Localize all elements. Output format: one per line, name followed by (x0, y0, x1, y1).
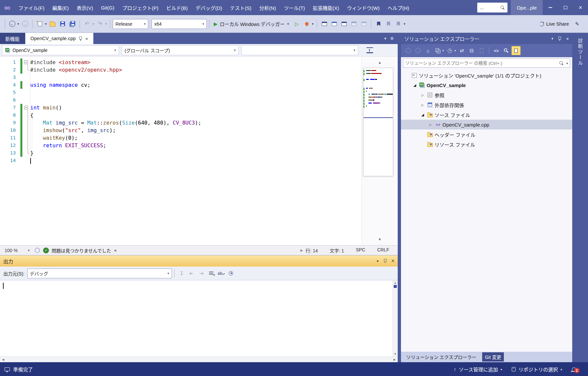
sync-with-active-document-button[interactable]: ⇄ (457, 46, 466, 55)
hot-reload-button[interactable] (302, 19, 312, 29)
code-line[interactable]: 14 (0, 157, 362, 164)
toolbar-grip[interactable] (5, 20, 5, 28)
tree-item[interactable]: リソース ファイル (401, 139, 572, 149)
save-all-button[interactable] (67, 19, 77, 29)
solution-search-input[interactable] (405, 61, 559, 66)
eol-indicator[interactable]: CRLF (377, 247, 389, 254)
debug-target-caret[interactable]: ▾ (287, 22, 289, 26)
tree-item[interactable]: ▷外部依存関係 (401, 100, 572, 110)
expander-icon[interactable]: ▷ (427, 123, 434, 127)
code-line[interactable]: 13} (0, 149, 362, 157)
redo-caret[interactable]: ▾ (105, 22, 107, 26)
collapse-all-button[interactable]: ⊟ (467, 46, 476, 55)
pin-icon[interactable] (79, 36, 82, 41)
tree-item[interactable]: ソリューション 'OpenCV_sample' (1/1 のプロジェクト) (401, 70, 572, 80)
minimap[interactable] (363, 68, 393, 176)
output-source-select[interactable]: デバッグ ▾ (27, 269, 172, 278)
pin-icon[interactable] (558, 36, 561, 41)
se-forward-button[interactable]: → (413, 46, 423, 55)
switch-views-button[interactable] (433, 46, 442, 55)
tree-item[interactable]: ▷参照 (401, 90, 572, 100)
quick-launch-search-box[interactable]: ... (477, 3, 507, 12)
minimize-button[interactable] (543, 0, 558, 15)
solution-search-box[interactable]: ▾ (403, 59, 570, 68)
add-to-source-control-button[interactable]: ↑ ソース管理に追加 ▴ (454, 366, 502, 373)
tree-item[interactable]: ヘッダー ファイル (401, 129, 572, 139)
goto-message-button[interactable]: ↧ (177, 269, 187, 278)
code-line[interactable]: 2#include <opencv2/opencv.hpp> (0, 66, 362, 74)
live-share-button[interactable]: Live Share (539, 21, 569, 27)
undo-caret[interactable]: ▾ (92, 22, 94, 26)
scroll-right-icon[interactable]: ▶ (391, 358, 398, 361)
split-editor-button[interactable] (365, 46, 375, 55)
menu-item[interactable]: ヘルプ(H) (384, 0, 413, 15)
scrollbar-thumb[interactable] (394, 285, 397, 288)
notifications-button[interactable]: 1 (572, 367, 576, 371)
output-content[interactable]: ▲ ▼ (0, 280, 398, 356)
scope-nav-select[interactable]: (グローバル スコープ) ▾ (122, 45, 239, 55)
tool-window-tab[interactable]: ソリューション エクスプローラー (404, 352, 479, 362)
pin-icon[interactable] (383, 259, 387, 263)
code-line[interactable]: 7int main() (0, 104, 362, 111)
scroll-up-icon[interactable]: ▲ (393, 281, 398, 284)
search-icon[interactable] (559, 61, 564, 65)
tree-item[interactable]: ◢ソース ファイル (401, 110, 572, 120)
tab-options-gear-icon[interactable]: ⚙ (390, 36, 394, 41)
output-vscrollbar[interactable]: ▲ ▼ (392, 280, 398, 356)
menu-item[interactable]: 表示(V) (73, 0, 97, 15)
maximize-button[interactable] (558, 0, 573, 15)
editor-tab[interactable]: OpenCV_sample.cpp× (25, 33, 94, 44)
fold-toggle-icon[interactable] (24, 60, 28, 64)
window-position-caret[interactable]: ▾ (377, 259, 379, 263)
code-line[interactable]: 10 imshow("src", img_src); (0, 127, 362, 134)
background-tasks-icon[interactable] (5, 367, 10, 371)
save-button[interactable] (58, 19, 67, 29)
code-line[interactable]: 5 (0, 89, 362, 96)
output-panel-header[interactable]: 出力 ▾ × (0, 255, 398, 267)
platform-select[interactable]: x64 ▾ (152, 19, 207, 29)
navigate-back-caret[interactable]: ▾ (17, 22, 19, 26)
close-panel-icon[interactable]: × (566, 36, 569, 41)
panel-splitter[interactable] (398, 33, 401, 362)
scroll-down-button[interactable]: ▼ (362, 237, 398, 241)
next-bookmark-button[interactable] (393, 19, 403, 29)
select-repository-button[interactable]: リポジトリの選択 ▴ (512, 366, 562, 373)
scroll-up-button[interactable]: ▲ (362, 60, 398, 64)
bookmark-caret[interactable]: ▾ (404, 22, 405, 26)
word-wrap-button[interactable]: ab↵ (216, 269, 226, 278)
tool-window-tab[interactable]: Git 変更 (482, 352, 504, 362)
code-line[interactable]: 12 return EXIT_SUCCESS; (0, 142, 362, 149)
next-message-button[interactable]: ⇥ (197, 269, 206, 278)
clear-all-button[interactable] (206, 269, 216, 278)
menu-item[interactable]: Git(G) (97, 0, 118, 15)
menu-item[interactable]: プロジェクト(P) (118, 0, 162, 15)
hot-reload-caret[interactable]: ▾ (312, 22, 314, 26)
menu-item[interactable]: ビルド(B) (162, 0, 192, 15)
menu-item[interactable]: 編集(E) (48, 0, 73, 15)
se-home-button[interactable]: ⌂ (423, 46, 433, 55)
scroll-left-icon[interactable]: ◀ (0, 358, 6, 361)
configuration-select[interactable]: Release ▾ (113, 19, 148, 29)
switch-views-caret[interactable]: ▾ (442, 49, 444, 52)
open-file-button[interactable] (48, 19, 58, 29)
preview-selected-items-button[interactable] (511, 46, 521, 55)
menu-item[interactable]: デバッグ(D) (192, 0, 226, 15)
filter-caret[interactable]: ▾ (455, 49, 456, 52)
menu-item[interactable]: ファイル(F) (14, 0, 48, 15)
column-indicator[interactable]: 文字: 1 (330, 247, 344, 254)
solution-explorer-window-button[interactable] (319, 19, 329, 29)
code-line[interactable]: 6 (0, 96, 362, 104)
previous-bookmark-button[interactable] (384, 19, 393, 29)
hscroll-left-button[interactable]: ◀ (114, 248, 116, 252)
start-debugging-button[interactable]: ▶ ローカル Windows デバッガー ▾ (212, 19, 292, 29)
expander-icon[interactable]: ▷ (419, 103, 426, 107)
code-editor[interactable]: 1#include <iostream>2#include <opencv2/o… (0, 57, 398, 245)
new-project-button[interactable] (35, 19, 45, 29)
active-files-caret[interactable]: ▾ (384, 36, 386, 41)
solution-explorer-header[interactable]: ソリューション エクスプローラー ▾ × (401, 33, 572, 44)
output-hscrollbar[interactable]: ◀ ▶ (0, 356, 398, 362)
fold-toggle-icon[interactable] (24, 106, 28, 109)
error-list-window-button[interactable] (339, 19, 349, 29)
timestamp-toggle-button[interactable] (226, 269, 236, 278)
menu-item[interactable]: ツール(T) (280, 0, 309, 15)
